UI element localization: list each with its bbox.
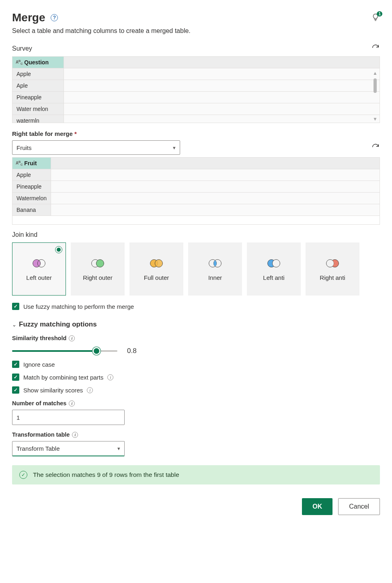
table-cell[interactable]: Aple bbox=[12, 80, 64, 91]
left-table-preview[interactable]: ABC Question Apple Aple Pineapple Water … bbox=[12, 56, 380, 123]
table-cell[interactable]: Pineapple bbox=[12, 92, 64, 103]
svg-point-3 bbox=[96, 259, 104, 267]
similarity-threshold-value: 0.8 bbox=[127, 347, 137, 355]
table-cell[interactable]: Banana bbox=[12, 204, 51, 216]
fuzzy-options-expander[interactable]: ⌄ Fuzzy matching options bbox=[12, 320, 380, 328]
combine-text-checkbox[interactable] bbox=[12, 374, 19, 381]
table-cell[interactable]: Apple bbox=[12, 68, 64, 80]
transformation-table-select[interactable]: Transform Table ▾ bbox=[12, 441, 125, 456]
join-kind-group: Left outer Right outer Full outer Inner … bbox=[12, 242, 380, 296]
tips-icon[interactable]: 1 bbox=[371, 13, 380, 23]
scrollbar[interactable]: ▲▼ bbox=[371, 70, 379, 122]
ignore-case-label: Ignore case bbox=[23, 361, 55, 368]
page-subtitle: Select a table and matching columns to c… bbox=[12, 27, 380, 35]
page-title: Merge bbox=[12, 11, 45, 24]
right-table-label: Right table for merge bbox=[12, 130, 73, 137]
num-matches-label: Number of matches bbox=[12, 400, 66, 406]
fuzzy-matching-checkbox[interactable] bbox=[12, 303, 19, 310]
tips-badge: 1 bbox=[377, 11, 382, 16]
required-marker: * bbox=[74, 130, 77, 137]
join-option-left-anti[interactable]: Left anti bbox=[247, 242, 301, 296]
chevron-down-icon: ▾ bbox=[173, 145, 176, 151]
ok-button[interactable]: OK bbox=[302, 498, 332, 515]
text-type-icon: ABC bbox=[16, 160, 23, 166]
info-icon[interactable]: i bbox=[69, 335, 75, 341]
svg-point-5 bbox=[155, 259, 162, 267]
info-icon[interactable]: i bbox=[69, 400, 75, 406]
chevron-down-icon: ⌄ bbox=[12, 322, 16, 328]
text-type-icon: ABC bbox=[16, 59, 23, 66]
join-option-right-outer[interactable]: Right outer bbox=[71, 242, 125, 296]
table-cell[interactable]: Water melon bbox=[12, 103, 64, 115]
join-option-left-outer[interactable]: Left outer bbox=[12, 242, 66, 296]
svg-point-0 bbox=[33, 259, 41, 267]
info-icon[interactable]: i bbox=[107, 374, 113, 380]
table-cell[interactable]: Pineapple bbox=[12, 181, 51, 192]
info-icon[interactable]: i bbox=[72, 432, 78, 438]
similarity-threshold-label: Similarity threshold bbox=[12, 335, 66, 341]
combine-text-label: Match by combining text parts bbox=[23, 374, 103, 381]
join-option-full-outer[interactable]: Full outer bbox=[129, 242, 183, 296]
join-option-inner[interactable]: Inner bbox=[188, 242, 242, 296]
join-option-right-anti[interactable]: Right anti bbox=[306, 242, 359, 296]
similarity-threshold-slider[interactable] bbox=[12, 347, 117, 355]
right-table-select[interactable]: Fruits ▾ bbox=[12, 140, 180, 155]
match-result-banner: ✓ The selection matches 9 of 9 rows from… bbox=[12, 465, 380, 484]
num-matches-input[interactable]: 1 bbox=[12, 410, 125, 425]
radio-icon bbox=[55, 246, 62, 253]
show-scores-checkbox[interactable] bbox=[12, 386, 19, 394]
refresh-icon[interactable] bbox=[371, 143, 380, 153]
table-cell[interactable]: Apple bbox=[12, 169, 51, 181]
svg-point-12 bbox=[268, 259, 275, 267]
help-icon[interactable]: ? bbox=[51, 14, 58, 21]
cancel-button[interactable]: Cancel bbox=[338, 498, 380, 515]
ignore-case-checkbox[interactable] bbox=[12, 361, 19, 368]
fuzzy-matching-label: Use fuzzy matching to perform the merge bbox=[23, 303, 134, 310]
transformation-table-label: Transformation table bbox=[12, 431, 70, 438]
join-kind-label: Join kind bbox=[12, 231, 37, 238]
left-column-header[interactable]: ABC Question bbox=[12, 57, 64, 68]
right-column-header[interactable]: ABC Fruit bbox=[12, 158, 51, 169]
chevron-down-icon: ▾ bbox=[117, 445, 120, 452]
left-table-label: Survey bbox=[12, 45, 32, 52]
table-cell[interactable]: watermln bbox=[12, 115, 64, 123]
right-table-preview[interactable]: ABC Fruit Apple Pineapple Watermelon Ban… bbox=[12, 157, 380, 225]
refresh-icon[interactable] bbox=[371, 43, 380, 54]
table-cell[interactable]: Watermelon bbox=[12, 193, 51, 204]
svg-point-17 bbox=[331, 259, 339, 267]
show-scores-label: Show similarity scores bbox=[23, 387, 83, 394]
info-icon[interactable]: i bbox=[87, 387, 93, 393]
success-icon: ✓ bbox=[19, 471, 27, 479]
